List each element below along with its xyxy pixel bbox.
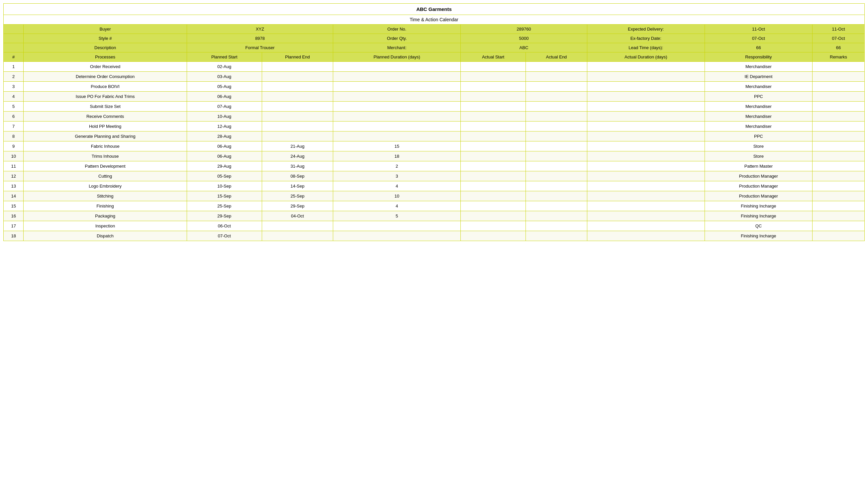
row-planned-end bbox=[262, 121, 333, 131]
row-planned-end bbox=[262, 62, 333, 72]
row-responsibility: Store bbox=[705, 141, 812, 151]
row-responsibility: Pattern Master bbox=[705, 161, 812, 171]
row-actual-dur bbox=[587, 171, 705, 181]
expected-delivery-value: 11-Oct bbox=[705, 24, 812, 34]
row-planned-start: 02-Aug bbox=[187, 62, 262, 72]
row-num: 3 bbox=[4, 82, 24, 92]
desc-label: Description bbox=[24, 43, 187, 52]
merchant-label: Merchant: bbox=[333, 43, 461, 52]
row-planned-start: 06-Aug bbox=[187, 92, 262, 102]
row-planned-dur: 10 bbox=[333, 191, 461, 201]
row-planned-end bbox=[262, 131, 333, 141]
row-actual-start bbox=[461, 221, 526, 231]
row-num: 18 bbox=[4, 231, 24, 241]
row-actual-dur bbox=[587, 131, 705, 141]
row-planned-end: 29-Sep bbox=[262, 201, 333, 211]
table-row: 18Dispatch07-OctFinishing Incharge bbox=[4, 231, 865, 241]
row-actual-start bbox=[461, 151, 526, 161]
row-remarks bbox=[813, 131, 865, 141]
row-planned-dur bbox=[333, 111, 461, 121]
row-actual-start bbox=[461, 131, 526, 141]
style-label: Style # bbox=[24, 34, 187, 43]
row-remarks bbox=[813, 72, 865, 82]
row-actual-dur bbox=[587, 111, 705, 121]
col-responsibility: Responsibility bbox=[705, 52, 812, 62]
row-remarks bbox=[813, 82, 865, 92]
row-process: Dispatch bbox=[24, 231, 187, 241]
merchant-value: ABC bbox=[461, 43, 587, 52]
row-remarks bbox=[813, 62, 865, 72]
exfactory-label: Ex-factory Date: bbox=[587, 34, 705, 43]
row-remarks bbox=[813, 201, 865, 211]
row-num: 4 bbox=[4, 92, 24, 102]
row-responsibility: Finishing Incharge bbox=[705, 201, 812, 211]
row-actual-end bbox=[526, 161, 587, 171]
row-actual-start bbox=[461, 141, 526, 151]
row-responsibility: Store bbox=[705, 151, 812, 161]
row-responsibility: Merchandiser bbox=[705, 102, 812, 111]
style-label-cell bbox=[4, 34, 24, 43]
row-actual-end bbox=[526, 181, 587, 191]
expected-delivery-label: Expected Delivery: bbox=[587, 24, 705, 34]
row-planned-start: 07-Oct bbox=[187, 231, 262, 241]
row-actual-start bbox=[461, 102, 526, 111]
row-responsibility: PPC bbox=[705, 92, 812, 102]
row-planned-start: 25-Sep bbox=[187, 201, 262, 211]
row-planned-dur bbox=[333, 102, 461, 111]
order-qty-label: Order Qty. bbox=[333, 34, 461, 43]
row-num: 13 bbox=[4, 181, 24, 191]
row-planned-dur bbox=[333, 231, 461, 241]
table-row: 13Logo Embroidery10-Sep14-Sep4Production… bbox=[4, 181, 865, 191]
row-planned-end bbox=[262, 92, 333, 102]
row-actual-dur bbox=[587, 121, 705, 131]
col-actual-duration: Actual Duration (days) bbox=[587, 52, 705, 62]
row-actual-start bbox=[461, 181, 526, 191]
row-process: Pattern Development bbox=[24, 161, 187, 171]
exfactory-value: 07-Oct bbox=[705, 34, 812, 43]
row-planned-end: 25-Sep bbox=[262, 191, 333, 201]
row-remarks bbox=[813, 111, 865, 121]
row-num: 6 bbox=[4, 111, 24, 121]
row-responsibility: PPC bbox=[705, 131, 812, 141]
row-planned-dur bbox=[333, 82, 461, 92]
row-actual-dur bbox=[587, 62, 705, 72]
row-process: Trims Inhouse bbox=[24, 151, 187, 161]
row-num: 16 bbox=[4, 211, 24, 221]
row-remarks bbox=[813, 161, 865, 171]
order-no-label: Order No. bbox=[333, 24, 461, 34]
row-process: Packaging bbox=[24, 211, 187, 221]
row-actual-dur bbox=[587, 231, 705, 241]
row-actual-end bbox=[526, 141, 587, 151]
row-planned-end bbox=[262, 221, 333, 231]
row-actual-start bbox=[461, 72, 526, 82]
table-row: 4Issue PO For Fabric And Trims06-AugPPC bbox=[4, 92, 865, 102]
row-remarks bbox=[813, 231, 865, 241]
row-actual-start bbox=[461, 121, 526, 131]
row-planned-start: 03-Aug bbox=[187, 72, 262, 82]
desc-label-cell bbox=[4, 43, 24, 52]
table-row: 17Inspection06-OctQC bbox=[4, 221, 865, 231]
row-actual-dur bbox=[587, 221, 705, 231]
row-actual-end bbox=[526, 111, 587, 121]
row-planned-start: 05-Sep bbox=[187, 171, 262, 181]
table-row: 16Packaging29-Sep04-Oct5Finishing Inchar… bbox=[4, 211, 865, 221]
row-actual-start bbox=[461, 82, 526, 92]
page-wrapper: ABC Garments Time & Action Calendar Buye… bbox=[0, 0, 868, 244]
row-responsibility: Production Manager bbox=[705, 191, 812, 201]
row-actual-start bbox=[461, 201, 526, 211]
row-planned-dur bbox=[333, 72, 461, 82]
table-row: 10Trims Inhouse06-Aug24-Aug18Store bbox=[4, 151, 865, 161]
row-process: Inspection bbox=[24, 221, 187, 231]
row-process: Hold PP Meeting bbox=[24, 121, 187, 131]
row-num: 7 bbox=[4, 121, 24, 131]
row-planned-start: 28-Aug bbox=[187, 131, 262, 141]
table-row: 11Pattern Development29-Aug31-Aug2Patter… bbox=[4, 161, 865, 171]
row-process: Determine Order Consumption bbox=[24, 72, 187, 82]
row-actual-end bbox=[526, 92, 587, 102]
table-row: 14Stitching15-Sep25-Sep10Production Mana… bbox=[4, 191, 865, 201]
row-num: 12 bbox=[4, 171, 24, 181]
col-actual-start: Actual Start bbox=[461, 52, 526, 62]
row-responsibility: Merchandiser bbox=[705, 62, 812, 72]
row-planned-start: 29-Aug bbox=[187, 161, 262, 171]
row-remarks bbox=[813, 102, 865, 111]
